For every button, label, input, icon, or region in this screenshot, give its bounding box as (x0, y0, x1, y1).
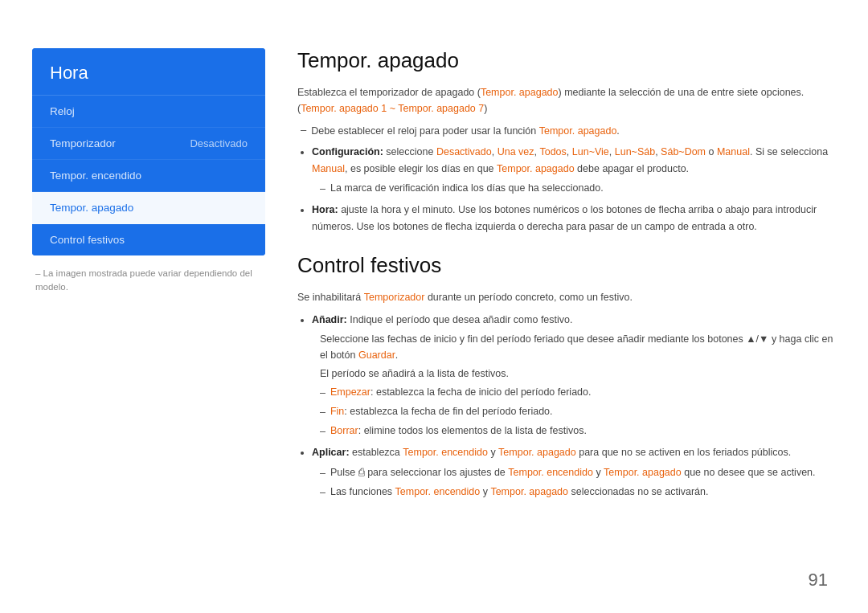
config-opt5: Lun~Sáb (615, 146, 655, 157)
menu-item-tempor-encendido-label: Tempor. encendido (50, 170, 141, 182)
fin-highlight: Fin (330, 406, 344, 417)
aplicar-subdash-list: – Pulse ⎙ para seleccionar los ajustes d… (320, 464, 836, 501)
añadir-sub2: El período se añadirá a la lista de fest… (320, 366, 836, 382)
config-opt4: Lun~Vie (572, 146, 609, 157)
section-control-festivos: Control festivos Se inhabilitará Tempori… (297, 253, 836, 501)
section1-intro: Establezca el temporizador de apagado (T… (297, 84, 836, 116)
bullet-aplicar: Aplicar: establezca Tempor. encendido y … (312, 444, 836, 501)
config-opt7: Manual (717, 146, 750, 157)
right-content: Tempor. apagado Establezca el temporizad… (297, 48, 836, 581)
note1-line: – Debe establecer el reloj para poder us… (301, 123, 836, 139)
section1-bullet-list: Configuración: seleccione Desactivado, U… (312, 144, 836, 235)
añadir-sub2-text: El período se añadirá a la lista de fest… (320, 366, 509, 382)
sub-dash-borrar: – (320, 423, 326, 439)
a1-encendido: Tempor. encendido (508, 467, 593, 478)
sub-dash-a1: – (320, 465, 326, 481)
añadir-subdash-list: Seleccione las fechas de inicio y fin de… (320, 331, 836, 439)
aplicar-apagado: Tempor. apagado (498, 447, 576, 458)
menu-items: Reloj Temporizador Desactivado Tempor. e… (32, 96, 265, 255)
a2-encendido: Tempor. encendido (395, 486, 481, 497)
intro-temporizador: Temporizador (364, 292, 425, 303)
menu-item-control-festivos[interactable]: Control festivos (32, 224, 265, 255)
page-container: Hora Reloj Temporizador Desactivado Temp… (0, 0, 868, 613)
bullet-aplicar-label: Aplicar: (312, 447, 350, 458)
bullet-añadir-label: Añadir: (312, 314, 347, 325)
note1-text: Debe establecer el reloj para poder usar… (311, 123, 620, 139)
sub-dash1: – (320, 181, 326, 197)
config-subdash-list: – La marca de verificación indica los dí… (320, 180, 836, 197)
aplicar-sub2-text: Las funciones Tempor. encendido y Tempor… (330, 484, 708, 500)
page-number: 91 (809, 570, 828, 591)
section2-bullet-list: Añadir: Indique el período que desea aña… (312, 312, 836, 501)
sub-dash-empezar: – (320, 385, 326, 401)
note1-highlight: Tempor. apagado (539, 125, 617, 137)
añadir-sub1: Seleccione las fechas de inicio y fin de… (320, 331, 836, 363)
aplicar-encendido: Tempor. encendido (403, 447, 488, 458)
guardar-highlight: Guardar (358, 349, 395, 361)
config-opt2: Una vez (497, 146, 534, 157)
config-manual: Manual (312, 163, 345, 174)
menu-item-reloj[interactable]: Reloj (32, 96, 265, 128)
config-sub-marca: – La marca de verificación indica los dí… (320, 180, 836, 197)
bullet-hora: Hora: ajuste la hora y el minuto. Use lo… (312, 202, 836, 235)
menu-title: Hora (32, 48, 265, 96)
aplicar-sub1: – Pulse ⎙ para seleccionar los ajustes d… (320, 464, 836, 481)
sub-marca-text: La marca de verificación indica los días… (330, 180, 604, 196)
bullet-hora-label: Hora: (312, 204, 338, 215)
añadir-sub1-text: Seleccione las fechas de inicio y fin de… (320, 331, 836, 363)
añadir-sub-empezar: – Empezar: establezca la fecha de inicio… (320, 384, 836, 401)
bullet-config: Configuración: seleccione Desactivado, U… (312, 144, 836, 197)
aplicar-sub1-text: Pulse ⎙ para seleccionar los ajustes de … (330, 464, 816, 480)
menu-item-control-festivos-label: Control festivos (50, 234, 125, 246)
borrar-highlight: Borrar (330, 425, 358, 436)
menu-box: Hora Reloj Temporizador Desactivado Temp… (32, 48, 265, 255)
left-panel: Hora Reloj Temporizador Desactivado Temp… (32, 48, 265, 581)
añadir-sub-fin: – Fin: establezca la fecha de fin del pe… (320, 403, 836, 420)
sub-dash-fin: – (320, 404, 326, 420)
empezar-highlight: Empezar (330, 386, 371, 398)
section2-intro: Se inhabilitará Temporizador durante un … (297, 289, 836, 305)
menu-item-tempor-apagado[interactable]: Tempor. apagado (32, 192, 265, 224)
panel-note: – La imagen mostrada puede variar depend… (32, 267, 265, 295)
menu-item-tempor-encendido[interactable]: Tempor. encendido (32, 160, 265, 192)
sub-dash-a2: – (320, 484, 326, 501)
a1-apagado: Tempor. apagado (604, 467, 682, 478)
section-tempor-apagado: Tempor. apagado Establezca el temporizad… (297, 48, 836, 235)
a2-apagado: Tempor. apagado (490, 486, 568, 497)
aplicar-sub2: – Las funciones Tempor. encendido y Temp… (320, 484, 836, 501)
section2-title: Control festivos (297, 253, 836, 278)
menu-item-temporizador-label: Temporizador (50, 137, 116, 149)
fin-text: Fin: establezca la fecha de fin del perí… (330, 403, 553, 419)
config-tempor: Tempor. apagado (497, 163, 575, 174)
intro-highlight1: Tempor. apagado (481, 87, 559, 98)
section1-title: Tempor. apagado (297, 48, 836, 73)
config-opt6: Sáb~Dom (661, 146, 706, 157)
menu-item-tempor-apagado-label: Tempor. apagado (50, 202, 133, 214)
empezar-text: Empezar: establezca la fecha de inicio d… (330, 384, 592, 400)
bullet-añadir: Añadir: Indique el período que desea aña… (312, 312, 836, 440)
note1-dash: – (301, 124, 306, 136)
config-opt3: Todos (539, 146, 566, 157)
bullet-config-label: Configuración: (312, 146, 383, 157)
intro-highlight2: Tempor. apagado 1 ~ Tempor. apagado 7 (301, 103, 484, 114)
menu-item-reloj-label: Reloj (50, 105, 75, 117)
menu-item-temporizador-value: Desactivado (190, 137, 248, 149)
menu-item-temporizador[interactable]: Temporizador Desactivado (32, 128, 265, 160)
borrar-text: Borrar: elimine todos los elementos de l… (330, 423, 587, 439)
config-opt1: Desactivado (436, 146, 492, 157)
añadir-sub-borrar: – Borrar: elimine todos los elementos de… (320, 423, 836, 439)
